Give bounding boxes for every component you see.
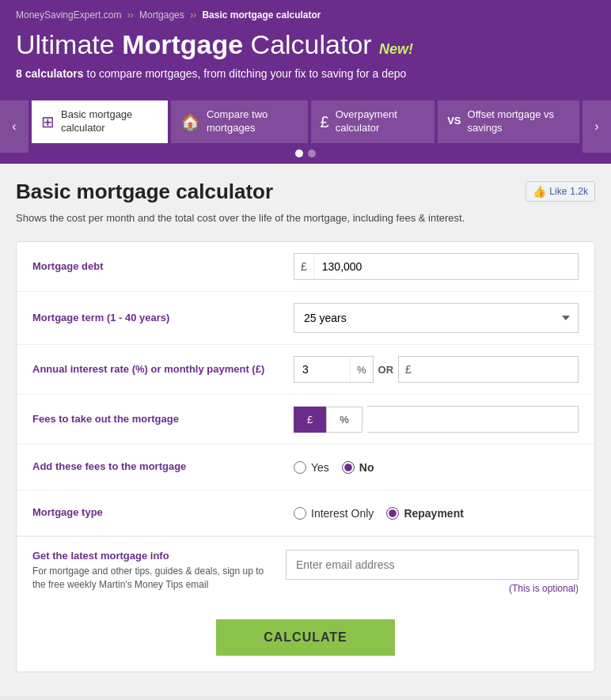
title-bold: Mortgage [122, 29, 243, 59]
breadcrumb-arrow-1: ›› [127, 9, 136, 21]
nav-arrow-left[interactable]: ‹ [0, 100, 28, 153]
dot-2 [308, 149, 316, 157]
tab-label-overpayment: Overpayment calculator [336, 108, 425, 135]
fees-toggle: £ % [294, 407, 362, 433]
mortgage-term-select[interactable]: 25 years 1 year 5 years 10 years 15 year… [294, 303, 579, 333]
mortgage-term-label: Mortgage term (1 - 40 years) [32, 311, 294, 325]
rate-suffix: % [350, 358, 373, 382]
tab-offset[interactable]: VS Offset mortgage vs savings [438, 100, 579, 143]
mortgage-term-row: Mortgage term (1 - 40 years) 25 years 1 … [17, 292, 594, 345]
mortgage-debt-control: £ [294, 253, 579, 280]
annual-rate-row: Annual interest rate (%) or monthly paym… [17, 345, 594, 395]
interest-only-text: Interest Only [311, 507, 374, 520]
rate-row: % OR £ [294, 356, 579, 383]
fees-toggle-pound[interactable]: £ [294, 407, 326, 433]
fees-row: Fees to take out the mortgage £ % [17, 395, 594, 445]
header-banner: MoneySavingExpert.com ›› Mortgages ›› Ba… [0, 0, 611, 93]
optional-text: (This is optional) [286, 583, 579, 594]
new-badge: New! [379, 41, 413, 57]
tab-label-offset: Offset mortgage vs savings [468, 108, 570, 135]
mortgage-type-radio-group: Interest Only Repayment [294, 507, 464, 520]
tab-icon-offset: VS [447, 115, 461, 128]
fees-toggle-percent[interactable]: % [326, 407, 362, 433]
fees-control: £ % [294, 406, 579, 433]
mortgage-debt-input[interactable] [314, 254, 578, 279]
repayment-radio[interactable] [386, 507, 399, 520]
add-fees-control: Yes No [294, 461, 579, 474]
rate-input-wrap: % [294, 356, 374, 383]
monthly-prefix: £ [399, 357, 418, 382]
tab-icon-compare: 🏠 [180, 112, 200, 132]
tab-label-basic: Basic mortgage calculator [61, 108, 158, 135]
add-fees-no-text: No [359, 461, 374, 474]
fees-label: Fees to take out the mortgage [32, 412, 294, 426]
calculator-form: Mortgage debt £ Mortgage term (1 - 40 ye… [16, 241, 595, 672]
email-info: Get the latest mortgage info For mortgag… [32, 550, 270, 592]
tab-label-compare: Compare two mortgages [207, 108, 298, 135]
repayment-label[interactable]: Repayment [386, 507, 463, 520]
calc-title: Basic mortgage calculator [16, 180, 273, 204]
carousel-dots [0, 143, 611, 164]
breadcrumb-arrow-2: ›› [190, 9, 199, 21]
add-fees-label: Add these fees to the mortgage [32, 460, 294, 474]
add-fees-no-label[interactable]: No [342, 461, 374, 474]
nav-tabs: ⊞ Basic mortgage calculator 🏠 Compare tw… [0, 100, 611, 143]
calc-description: Shows the cost per month and the total c… [16, 210, 595, 226]
title-suffix: Calculator [243, 29, 372, 59]
mortgage-debt-prefix: £ [294, 254, 314, 279]
calculate-button-row: CALCULATE [17, 607, 594, 672]
mortgage-debt-input-wrap: £ [294, 253, 579, 280]
mortgage-debt-row: Mortgage debt £ [17, 242, 594, 292]
monthly-payment-wrap: £ [398, 356, 579, 383]
add-fees-no-radio[interactable] [342, 461, 355, 474]
calc-header: Basic mortgage calculator 👍 Like 1.2k [16, 180, 595, 204]
mortgage-term-control: 25 years 1 year 5 years 10 years 15 year… [294, 303, 579, 333]
add-fees-yes-label[interactable]: Yes [294, 461, 329, 474]
email-info-desc: For mortgage and other tips, guides & de… [32, 565, 270, 592]
subtitle-rest: to compare mortgages, from ditching your… [84, 67, 407, 80]
fb-like-button[interactable]: 👍 Like 1.2k [526, 181, 595, 202]
fb-thumb-icon: 👍 [533, 185, 546, 198]
email-input[interactable] [286, 550, 579, 580]
tab-icon-overpayment: £ [321, 112, 329, 132]
main-content: Basic mortgage calculator 👍 Like 1.2k Sh… [0, 164, 611, 697]
breadcrumb-site: MoneySavingExpert.com [16, 9, 121, 21]
add-fees-radio-group: Yes No [294, 461, 374, 474]
or-label: OR [378, 364, 394, 376]
breadcrumb: MoneySavingExpert.com ›› Mortgages ›› Ba… [16, 9, 595, 21]
nav-tabs-wrapper: ‹ ⊞ Basic mortgage calculator 🏠 Compare … [0, 93, 611, 164]
mortgage-debt-label: Mortgage debt [32, 259, 294, 274]
interest-only-radio[interactable] [294, 507, 306, 520]
breadcrumb-current: Basic mortgage calculator [202, 9, 321, 21]
email-row: Get the latest mortgage info For mortgag… [17, 536, 594, 607]
annual-rate-control: % OR £ [294, 356, 579, 383]
monthly-payment-input[interactable] [418, 357, 578, 382]
calculate-button[interactable]: CALCULATE [216, 619, 395, 656]
subtitle-bold: 8 calculators [16, 67, 84, 80]
tab-icon-basic: ⊞ [41, 112, 55, 132]
fees-input[interactable] [367, 406, 579, 433]
dot-1 [295, 149, 303, 157]
main-title: Ultimate Mortgage Calculator New! [16, 28, 595, 61]
annual-rate-label: Annual interest rate (%) or monthly paym… [32, 362, 294, 376]
add-fees-row: Add these fees to the mortgage Yes No [17, 445, 594, 490]
email-input-area: (This is optional) [286, 550, 579, 594]
mortgage-type-label: Mortgage type [32, 505, 294, 520]
tab-basic-mortgage[interactable]: ⊞ Basic mortgage calculator [32, 100, 168, 143]
tab-compare-mortgages[interactable]: 🏠 Compare two mortgages [171, 100, 308, 143]
fb-count: 1.2k [570, 186, 588, 197]
nav-arrow-right[interactable]: › [583, 100, 611, 153]
hero-subtitle: 8 calculators to compare mortgages, from… [16, 67, 595, 80]
email-info-title: Get the latest mortgage info [32, 550, 270, 562]
mortgage-type-row: Mortgage type Interest Only Repayment [17, 490, 594, 536]
breadcrumb-section: Mortgages [139, 9, 184, 21]
add-fees-yes-text: Yes [311, 461, 329, 474]
rate-input[interactable] [294, 357, 350, 382]
add-fees-yes-radio[interactable] [294, 461, 306, 474]
mortgage-type-control: Interest Only Repayment [294, 507, 579, 520]
tab-overpayment[interactable]: £ Overpayment calculator [311, 100, 435, 143]
repayment-text: Repayment [404, 507, 463, 520]
title-prefix: Ultimate [16, 29, 122, 59]
fb-like-label: Like [549, 186, 567, 197]
interest-only-label[interactable]: Interest Only [294, 507, 374, 520]
